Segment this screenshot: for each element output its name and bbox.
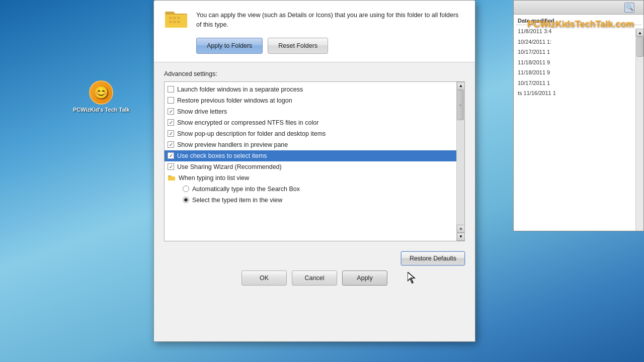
- scroll-up-button[interactable]: ▲: [636, 29, 644, 37]
- scroll-thumb[interactable]: [457, 90, 464, 120]
- list-item[interactable]: Show encrypted or compressed NTFS files …: [165, 117, 456, 128]
- date-item-6: 10/17/2011 1: [516, 78, 641, 88]
- list-item-selected[interactable]: Use check boxes to select items: [165, 150, 456, 161]
- settings-list-inner: Launch folder windows in a separate proc…: [165, 82, 464, 241]
- background-explorer-window: 🔍 Date modified 11/8/2011 3:4 10/24/2011…: [513, 0, 644, 231]
- setting-label: Show drive letters: [177, 108, 227, 115]
- scroll-up-button[interactable]: ▲: [457, 82, 465, 90]
- scroll-thumb[interactable]: [636, 37, 643, 57]
- setting-label: Restore previous folder windows at logon: [177, 97, 292, 104]
- dialog-bottom-section: Restore Defaults OK Cancel Apply: [154, 246, 475, 291]
- checkbox-use-checkboxes[interactable]: [168, 152, 174, 159]
- list-item[interactable]: Automatically type into the Search Box: [165, 184, 456, 195]
- checkbox-show-popup[interactable]: [168, 130, 174, 137]
- list-item[interactable]: Show drive letters: [165, 106, 456, 117]
- action-buttons-row: OK Cancel Apply: [164, 270, 465, 286]
- folder-icon: [164, 9, 188, 29]
- setting-label: When typing into list view: [179, 174, 249, 182]
- radio-auto-type[interactable]: [183, 186, 189, 192]
- bg-window-scrollbar[interactable]: ▲ ▼: [635, 29, 643, 231]
- date-item-4: 11/18/2011 9: [516, 57, 641, 68]
- checkbox-show-drive-letters[interactable]: [168, 108, 174, 115]
- scroll-track: [636, 37, 643, 231]
- svg-rect-4: [177, 17, 180, 19]
- settings-list-scrollbar[interactable]: ▲ ≡ ▼: [456, 82, 464, 241]
- svg-rect-6: [173, 21, 176, 23]
- list-item[interactable]: Restore previous folder windows at logon: [165, 95, 456, 106]
- setting-label: Select the typed item in the view: [192, 197, 282, 204]
- date-item-7: ts 11/16/2011 1: [516, 88, 641, 99]
- settings-list[interactable]: Launch folder windows in a separate proc…: [164, 81, 465, 241]
- date-item-3: 10/17/2011 1: [516, 47, 641, 57]
- svg-rect-5: [169, 21, 172, 23]
- restore-defaults-row: Restore Defaults: [164, 251, 465, 265]
- list-item[interactable]: Use Sharing Wizard (Recommended): [165, 161, 456, 172]
- checkbox-show-preview[interactable]: [168, 141, 174, 148]
- folder-icon-container: [164, 9, 188, 29]
- list-item[interactable]: Show pop-up description for folder and d…: [165, 128, 456, 139]
- dialog-top-buttons: Apply to Folders Reset Folders: [196, 38, 465, 54]
- checkbox-sharing-wizard[interactable]: [168, 163, 174, 170]
- ok-button[interactable]: OK: [242, 270, 287, 286]
- svg-rect-7: [177, 21, 180, 23]
- desktop-icon-avatar: 😊: [89, 80, 113, 105]
- search-icon[interactable]: 🔍: [624, 3, 634, 13]
- desktop-icon-pcwizkid[interactable]: 😊 PCWizKid's Tech Talk: [73, 80, 130, 113]
- setting-label: Automatically type into the Search Box: [192, 186, 300, 193]
- list-item[interactable]: Select the typed item in the view: [165, 195, 456, 206]
- date-item-5: 11/18/2011 9: [516, 67, 641, 78]
- desktop-icon-label: PCWizKid's Tech Talk: [73, 107, 130, 113]
- advanced-settings-label: Advanced settings:: [164, 70, 465, 77]
- setting-label: Show pop-up description for folder and d…: [177, 130, 326, 137]
- dialog-top-section: You can apply the view (such as Details …: [154, 1, 475, 62]
- reset-folders-button[interactable]: Reset Folders: [268, 38, 328, 54]
- folder-small-icon: [168, 174, 176, 181]
- date-item-2: 10/24/2011 1:: [516, 37, 641, 47]
- list-item[interactable]: Launch folder windows in a separate proc…: [165, 84, 456, 95]
- dialog-description-text: You can apply the view (such as Details …: [196, 11, 465, 30]
- folder-options-dialog: You can apply the view (such as Details …: [153, 0, 475, 342]
- setting-label: Launch folder windows in a separate proc…: [177, 86, 303, 93]
- checkbox-show-encrypted[interactable]: [168, 119, 174, 126]
- scroll-track: [457, 90, 464, 225]
- apply-to-folders-button[interactable]: Apply to Folders: [196, 38, 263, 54]
- scroll-down-button[interactable]: ▼: [457, 233, 465, 241]
- cancel-button[interactable]: Cancel: [292, 270, 337, 286]
- setting-label: Use Sharing Wizard (Recommended): [177, 163, 282, 170]
- checkbox-restore-previous[interactable]: [168, 97, 174, 104]
- advanced-settings-section: Advanced settings: Launch folder windows…: [154, 62, 475, 246]
- svg-rect-9: [168, 177, 175, 180]
- setting-label: Use check boxes to select items: [177, 152, 267, 159]
- svg-rect-2: [169, 17, 172, 19]
- list-item[interactable]: Show preview handlers in preview pane: [165, 139, 456, 150]
- radio-select-typed[interactable]: [183, 197, 189, 203]
- date-item-1: 11/8/2011 3:4: [516, 26, 641, 37]
- bg-window-content: Date modified 11/8/2011 3:4 10/24/2011 1…: [514, 15, 643, 101]
- date-modified-column-header: Date modified: [516, 17, 641, 25]
- apply-button[interactable]: Apply: [342, 270, 387, 286]
- bg-window-header: 🔍: [514, 1, 643, 15]
- setting-label: Show encrypted or compressed NTFS files …: [177, 119, 318, 126]
- restore-defaults-button[interactable]: Restore Defaults: [401, 251, 465, 265]
- mid-scroll-btn[interactable]: ≡: [457, 225, 465, 233]
- svg-rect-3: [173, 17, 176, 19]
- setting-label: Show preview handlers in preview pane: [177, 141, 288, 148]
- checkbox-launch-folder[interactable]: [168, 86, 174, 93]
- list-item[interactable]: When typing into list view: [165, 172, 456, 184]
